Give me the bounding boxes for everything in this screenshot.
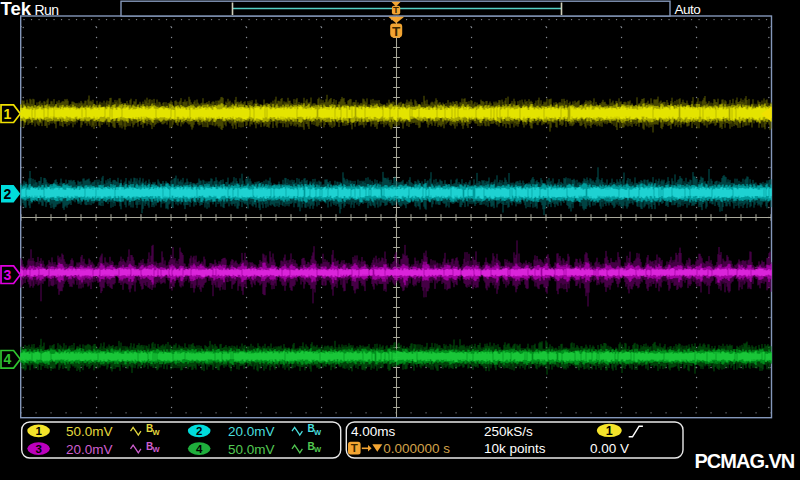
svg-text:50.0mV: 50.0mV (228, 442, 275, 457)
svg-text:0.00 V: 0.00 V (590, 441, 629, 456)
svg-text:Auto: Auto (675, 2, 701, 17)
svg-text:4.00ms: 4.00ms (351, 424, 396, 439)
svg-text:W: W (314, 428, 322, 437)
svg-text:W: W (153, 428, 161, 437)
svg-text:1: 1 (606, 424, 613, 438)
svg-text:1: 1 (35, 425, 42, 437)
svg-text:50.0mV: 50.0mV (66, 424, 113, 439)
svg-text:T: T (392, 24, 401, 39)
svg-text:4: 4 (3, 351, 11, 367)
svg-text:W: W (314, 445, 322, 454)
svg-text:2: 2 (3, 186, 11, 202)
svg-text:T: T (351, 442, 358, 454)
svg-text:2: 2 (196, 425, 202, 437)
svg-text:250kS/s: 250kS/s (484, 424, 533, 439)
svg-text:4: 4 (196, 443, 203, 455)
svg-text:PCMAG.VN: PCMAG.VN (695, 450, 795, 472)
svg-text:W: W (153, 445, 161, 454)
svg-text:T: T (393, 4, 399, 15)
svg-text:20.0mV: 20.0mV (228, 424, 275, 439)
svg-text:1: 1 (3, 106, 11, 122)
svg-text:10k points: 10k points (484, 441, 546, 456)
svg-text:20.0mV: 20.0mV (66, 442, 113, 457)
svg-text:Tek: Tek (1, 0, 32, 19)
svg-text:3: 3 (3, 267, 11, 283)
svg-text:3: 3 (35, 443, 41, 455)
svg-text:0.000000 s: 0.000000 s (383, 441, 450, 456)
svg-text:Run: Run (35, 2, 59, 18)
